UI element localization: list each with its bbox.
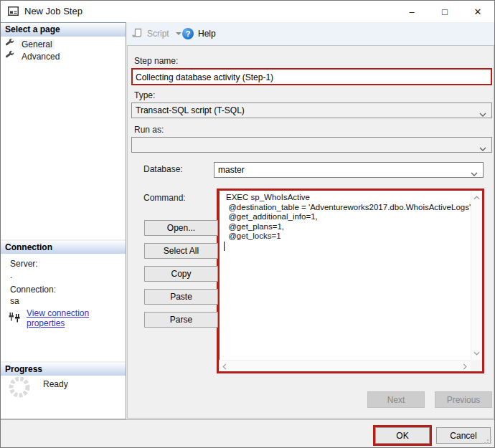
command-label: Command: — [143, 193, 186, 203]
command-line: EXEC sp_WhoIsActive — [226, 193, 471, 203]
chevron-up-icon[interactable] — [473, 194, 480, 201]
sidebar: Select a page General Advanced Connectio… — [1, 22, 126, 419]
help-icon: ? — [182, 28, 194, 39]
step-name-input[interactable]: Collecting database activity (Step-1) — [131, 68, 492, 85]
chevron-down-icon — [176, 32, 182, 35]
command-textarea[interactable]: EXEC sp_WhoIsActive @destination_table =… — [219, 191, 471, 360]
wrench-icon — [6, 39, 14, 49]
horizontal-scrollbar[interactable] — [219, 360, 471, 371]
paste-button[interactable]: Paste — [144, 289, 218, 305]
script-icon — [132, 27, 143, 41]
window-title: New Job Step — [24, 1, 82, 22]
script-label: Script — [147, 29, 169, 39]
progress-status: Ready — [43, 379, 68, 389]
command-line: @get_locks=1 — [226, 232, 471, 242]
window-controls: – □ ✕ — [395, 1, 494, 22]
database-dropdown[interactable]: master — [214, 162, 484, 178]
command-line: @get_plans=1, — [226, 222, 471, 232]
progress-status-row: Ready — [7, 375, 68, 401]
select-a-page-header: Select a page — [1, 22, 126, 37]
titlebar: New Job Step – □ ✕ — [1, 1, 494, 22]
toolbar: Script ? Help — [127, 22, 495, 45]
connection-label: Connection: — [10, 285, 56, 295]
resize-grip-icon[interactable] — [484, 437, 492, 447]
server-label: Server: — [10, 259, 38, 269]
next-button[interactable]: Next — [367, 391, 425, 408]
previous-button[interactable]: Previous — [435, 391, 492, 408]
sidebar-item-general[interactable]: General — [1, 38, 126, 50]
type-dropdown[interactable]: Transact-SQL script (T-SQL) — [131, 103, 492, 118]
connection-value: sa — [10, 296, 19, 306]
run-as-label: Run as: — [134, 125, 164, 135]
type-value: Transact-SQL script (T-SQL) — [136, 105, 245, 115]
run-as-dropdown[interactable] — [131, 137, 492, 153]
command-editor: EXEC sp_WhoIsActive @destination_table =… — [217, 189, 484, 373]
general-page-panel: Step name: Collecting database activity … — [127, 45, 494, 419]
server-value: . — [10, 270, 12, 280]
step-name-label: Step name: — [134, 56, 178, 66]
sidebar-item-label: General — [19, 39, 55, 49]
command-line: @get_additional_info=1, — [226, 212, 471, 222]
database-value: master — [218, 165, 245, 175]
sidebar-item-advanced[interactable]: Advanced — [1, 50, 126, 62]
connection-properties-icon — [9, 313, 21, 325]
chevron-right-icon[interactable] — [463, 363, 467, 371]
parse-button[interactable]: Parse — [144, 312, 218, 328]
type-label: Type: — [134, 90, 155, 100]
chevron-down-icon — [479, 143, 486, 153]
chevron-down-icon — [471, 168, 478, 178]
copy-button[interactable]: Copy — [144, 266, 218, 282]
connection-header: Connection — [1, 239, 126, 254]
chevron-left-icon[interactable] — [222, 363, 227, 371]
ok-button-highlight: OK — [373, 425, 432, 446]
minimize-button[interactable]: – — [395, 1, 428, 22]
script-button[interactable]: Script — [132, 22, 182, 45]
help-label: Help — [198, 29, 216, 39]
maximize-button[interactable]: □ — [428, 1, 461, 22]
sidebar-item-label: Advanced — [19, 52, 62, 62]
help-button[interactable]: ? Help — [182, 22, 216, 45]
ok-button[interactable]: OK — [375, 427, 430, 444]
new-job-step-dialog: New Job Step – □ ✕ Select a page General… — [0, 0, 495, 448]
text-caret — [224, 242, 225, 251]
chevron-down-icon[interactable] — [473, 349, 480, 357]
view-connection-properties-row: View connection properties — [9, 308, 126, 328]
cancel-button[interactable]: Cancel — [436, 427, 491, 444]
open-button[interactable]: Open... — [144, 220, 218, 236]
dialog-window-icon — [8, 6, 19, 18]
footer: OK Cancel — [1, 419, 494, 448]
chevron-down-icon — [479, 109, 486, 119]
spinner-icon — [7, 375, 32, 401]
database-label: Database: — [143, 164, 183, 174]
vertical-scrollbar[interactable] — [471, 191, 482, 360]
wrench-icon — [6, 51, 14, 62]
command-line: @destination_table = 'Adventureworks2017… — [226, 203, 471, 213]
select-all-button[interactable]: Select All — [144, 243, 218, 259]
close-button[interactable]: ✕ — [461, 1, 494, 22]
progress-header: Progress — [1, 361, 126, 376]
scrollbar-corner — [471, 360, 482, 371]
view-connection-properties-link[interactable]: View connection properties — [27, 308, 126, 328]
